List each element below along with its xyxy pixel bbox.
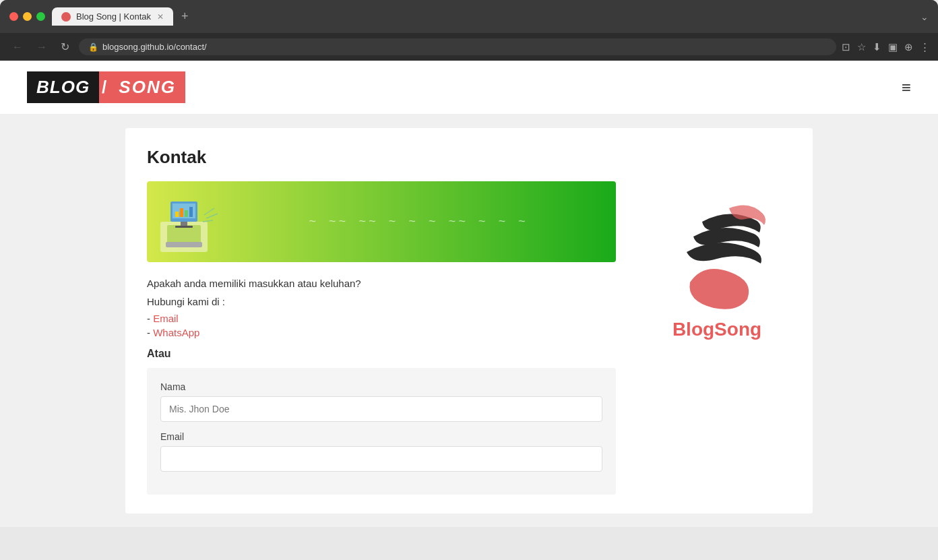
blogsong-logo-large: BlogSong: [650, 188, 784, 340]
blogsong-logo-icon: [650, 188, 784, 323]
banner-illustration: [147, 181, 221, 262]
banner-text: ~ ~~ ~~ ~ ~ ~ ~~ ~ ~ ~: [221, 208, 616, 235]
wordmark-blog: Blog: [673, 319, 714, 340]
hamburger-menu-button[interactable]: ≡: [902, 80, 911, 96]
svg-rect-7: [180, 208, 183, 217]
back-button[interactable]: ←: [8, 40, 27, 54]
svg-line-11: [204, 208, 214, 215]
banner-squiggles: ~ ~~ ~~ ~ ~ ~ ~~ ~ ~ ~: [309, 215, 528, 228]
menu-icon[interactable]: ⋮: [920, 41, 930, 53]
logo-slash: /: [99, 71, 109, 103]
atau-text: Atau: [147, 348, 616, 360]
svg-line-12: [206, 214, 218, 218]
whatsapp-dash: -: [147, 327, 153, 338]
new-tab-button[interactable]: +: [176, 7, 194, 26]
tab-title: Blog Song | Kontak: [76, 11, 151, 22]
svg-rect-8: [185, 210, 188, 217]
email-input[interactable]: [160, 446, 602, 472]
contact-hub-label: Hubungi kami di :: [147, 296, 616, 307]
wordmark-song: Song: [714, 319, 761, 340]
email-link[interactable]: Email: [153, 313, 179, 324]
whatsapp-link-item: - WhatsApp: [147, 327, 616, 338]
site-header: BLOG / SONG ≡: [0, 61, 938, 115]
email-link-item: - Email: [147, 313, 616, 324]
left-column: ~ ~~ ~~ ~ ~ ~ ~~ ~ ~ ~ Apakah anda memil…: [147, 181, 616, 495]
svg-rect-4: [181, 222, 187, 226]
translate-icon[interactable]: ⊡: [842, 41, 850, 53]
minimize-traffic-light[interactable]: [23, 12, 32, 21]
toolbar-actions: ⊡ ☆ ⬇ ▣ ⊕ ⋮: [842, 41, 930, 53]
logo-blog-text: BLOG: [27, 71, 99, 103]
sidebar-icon[interactable]: ▣: [888, 41, 898, 53]
active-tab[interactable]: Blog Song | Kontak ✕: [52, 7, 173, 26]
maximize-traffic-light[interactable]: [36, 12, 45, 21]
svg-rect-10: [166, 242, 202, 247]
site-logo[interactable]: BLOG / SONG: [27, 71, 185, 103]
two-column-layout: ~ ~~ ~~ ~ ~ ~ ~~ ~ ~ ~ Apakah anda memil…: [147, 181, 791, 495]
contact-form: Nama Email: [147, 368, 616, 495]
close-traffic-light[interactable]: [9, 12, 18, 21]
browser-dropdown[interactable]: ⌄: [920, 11, 929, 22]
email-label: Email: [160, 431, 602, 442]
logo-song-text: SONG: [109, 71, 185, 103]
url-text: blogsong.github.io/contact/: [102, 42, 207, 52]
nama-input[interactable]: [160, 396, 602, 422]
profile-icon[interactable]: ⊕: [904, 41, 913, 53]
nama-field-group: Nama: [160, 381, 602, 422]
page-content: BLOG / SONG ≡ Kontak: [0, 61, 938, 527]
svg-rect-5: [175, 226, 193, 228]
tab-bar: Blog Song | Kontak ✕ +: [52, 7, 914, 26]
right-column: BlogSong: [643, 181, 791, 340]
refresh-button[interactable]: ↻: [57, 40, 73, 54]
bookmark-icon[interactable]: ☆: [857, 41, 866, 53]
contact-intro: Apakah anda memiliki masukkan atau keluh…: [147, 276, 616, 292]
nama-label: Nama: [160, 381, 602, 392]
contact-banner: ~ ~~ ~~ ~ ~ ~ ~~ ~ ~ ~: [147, 181, 616, 262]
whatsapp-link[interactable]: WhatsApp: [153, 327, 199, 338]
svg-rect-9: [189, 207, 193, 217]
tab-close-button[interactable]: ✕: [157, 12, 164, 22]
email-field-group: Email: [160, 431, 602, 472]
page-title: Kontak: [147, 147, 791, 168]
forward-button[interactable]: →: [32, 40, 51, 54]
content-card: Kontak: [125, 128, 813, 514]
main-container: Kontak: [98, 115, 840, 527]
svg-rect-6: [175, 212, 179, 217]
browser-titlebar: Blog Song | Kontak ✕ + ⌄: [0, 0, 938, 33]
browser-toolbar: ← → ↻ 🔒 blogsong.github.io/contact/ ⊡ ☆ …: [0, 33, 938, 61]
security-icon: 🔒: [88, 42, 98, 52]
tab-favicon: [61, 12, 71, 22]
download-icon[interactable]: ⬇: [873, 41, 881, 53]
email-dash: -: [147, 313, 153, 324]
address-bar[interactable]: 🔒 blogsong.github.io/contact/: [79, 38, 836, 55]
traffic-lights: [9, 12, 45, 21]
svg-line-13: [203, 220, 213, 222]
